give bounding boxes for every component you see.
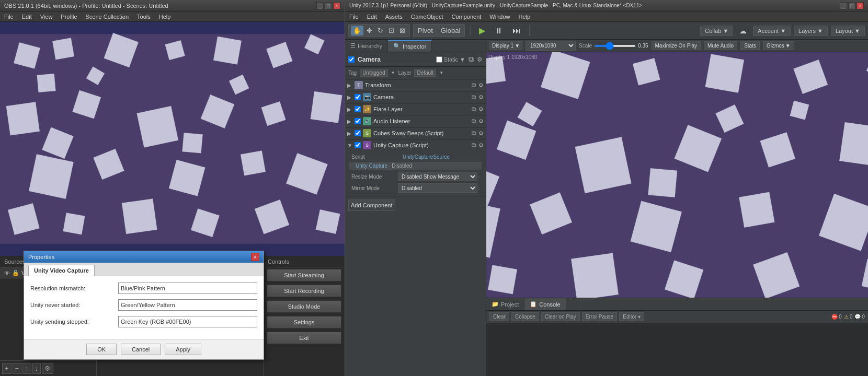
- camera-settings[interactable]: ⚙: [478, 94, 484, 101]
- unity-capture-header[interactable]: ▼ S Unity Capture (Script) ⧉ ⚙: [345, 139, 486, 151]
- mirror-mode-select[interactable]: Disabled: [398, 183, 477, 193]
- camera-active-checkbox[interactable]: [348, 56, 355, 63]
- unity-menu-window[interactable]: Window: [487, 13, 512, 20]
- camera-enable-checkbox[interactable]: [355, 94, 361, 100]
- dialog-ok-btn[interactable]: OK: [86, 344, 117, 355]
- obs-menu-view[interactable]: View: [38, 13, 55, 20]
- exit-btn[interactable]: Exit: [267, 332, 341, 344]
- audio-copy[interactable]: ⧉: [472, 118, 476, 125]
- display-select[interactable]: Display 1 ▼: [489, 41, 522, 50]
- move-tool-btn[interactable]: ✥: [364, 26, 374, 36]
- dialog-apply-btn[interactable]: Apply: [165, 344, 201, 355]
- move-up-btn[interactable]: ↑: [22, 363, 31, 374]
- clear-on-play-btn[interactable]: Clear on Play: [541, 312, 580, 321]
- start-streaming-btn[interactable]: Start Streaming: [267, 269, 341, 281]
- pivot-btn[interactable]: Pivot: [416, 26, 435, 36]
- unity-menu-edit[interactable]: Edit: [365, 13, 379, 20]
- source-settings-btn[interactable]: ⚙: [42, 363, 53, 374]
- obs-maximize-btn[interactable]: □: [325, 2, 332, 9]
- resize-mode-select[interactable]: Disabled Show Message: [398, 172, 477, 181]
- camera-header[interactable]: ▶ 📷 Camera ⧉ ⚙: [345, 91, 486, 103]
- account-btn[interactable]: Account ▼: [753, 26, 791, 36]
- hierarchy-tab[interactable]: ☰ Hierarchy: [345, 40, 388, 52]
- scale-tool-btn[interactable]: ⊡: [386, 26, 396, 36]
- error-pause-btn[interactable]: Error Pause: [582, 312, 617, 321]
- obs-menu-tools[interactable]: Tools: [135, 13, 153, 20]
- obs-menu-profile[interactable]: Profile: [59, 13, 79, 20]
- unity-capture-checkbox[interactable]: [355, 142, 361, 148]
- studio-mode-btn[interactable]: Studio Mode: [267, 300, 341, 313]
- inspector-tab[interactable]: 🔍 Inspector: [388, 40, 432, 52]
- obs-menu-file[interactable]: File: [2, 13, 16, 20]
- obs-menu-help[interactable]: Help: [157, 13, 173, 20]
- pause-btn[interactable]: ⏸: [492, 25, 506, 37]
- layers-btn[interactable]: Layers ▼: [794, 26, 828, 36]
- layer-dropdown[interactable]: Default: [414, 69, 436, 77]
- sending-stopped-select[interactable]: Green Key (RGB #00FE00) Blue/Pink Patter…: [118, 316, 257, 327]
- flare-layer-header[interactable]: ▶ ✨ Flare Layer ⧉ ⚙: [345, 103, 486, 115]
- scale-slider[interactable]: [594, 45, 636, 47]
- cubes-sway-settings[interactable]: ⚙: [478, 130, 484, 137]
- unity-maximize-btn[interactable]: □: [848, 2, 855, 9]
- static-dropdown-icon[interactable]: ▼: [460, 56, 465, 63]
- hand-tool-btn[interactable]: ✋: [351, 26, 363, 36]
- add-component-btn[interactable]: Add Component: [348, 199, 395, 211]
- editor-btn[interactable]: Editor ▾: [619, 312, 644, 321]
- camera-copy[interactable]: ⧉: [472, 93, 476, 101]
- unity-menu-gameobject[interactable]: GameObject: [409, 13, 446, 20]
- gizmos-btn[interactable]: Gizmos ▼: [763, 41, 794, 50]
- audio-listener-header[interactable]: ▶ 🔊 Audio Listener ⧉ ⚙: [345, 115, 486, 127]
- flare-settings[interactable]: ⚙: [478, 106, 484, 113]
- stats-btn[interactable]: Stats: [740, 41, 760, 50]
- dialog-cancel-btn[interactable]: Cancel: [121, 344, 161, 355]
- flare-copy[interactable]: ⧉: [472, 105, 476, 113]
- audio-settings[interactable]: ⚙: [478, 118, 484, 125]
- obs-minimize-btn[interactable]: _: [316, 2, 324, 9]
- inspector-settings-btn[interactable]: ⚙: [477, 56, 483, 63]
- settings-btn[interactable]: Settings: [267, 316, 341, 328]
- global-btn[interactable]: Global: [439, 26, 463, 36]
- console-tab[interactable]: 📋 Console: [524, 298, 566, 310]
- play-btn[interactable]: ▶: [476, 25, 488, 37]
- add-source-btn[interactable]: +: [2, 363, 12, 374]
- unity-capture-settings[interactable]: ⚙: [478, 142, 484, 149]
- unity-menu-help[interactable]: Help: [516, 13, 532, 20]
- cloud-btn[interactable]: ☁: [736, 26, 750, 36]
- unity-minimize-btn[interactable]: _: [840, 2, 847, 9]
- collapse-btn[interactable]: Collapse: [511, 312, 539, 321]
- obs-menu-scene-collection[interactable]: Scene Collection: [84, 13, 131, 20]
- unity-menu-assets[interactable]: Assets: [383, 13, 405, 20]
- start-recording-btn[interactable]: Start Recording: [267, 285, 341, 297]
- tag-dropdown[interactable]: Untagged: [360, 69, 387, 77]
- cubes-sway-copy[interactable]: ⧉: [472, 130, 476, 137]
- transform-header[interactable]: ▶ T Transform ⧉ ⚙: [345, 79, 486, 91]
- inspector-copy-btn[interactable]: ⧉: [469, 55, 474, 64]
- maximize-on-play-btn[interactable]: Maximize On Play: [652, 41, 701, 50]
- unity-close-btn[interactable]: ×: [856, 2, 864, 9]
- clear-btn[interactable]: Clear: [489, 312, 509, 321]
- unity-menu-component[interactable]: Component: [449, 13, 483, 20]
- mute-audio-btn[interactable]: Mute Audio: [704, 41, 737, 50]
- cubes-sway-checkbox[interactable]: [355, 130, 361, 136]
- rotate-tool-btn[interactable]: ↻: [375, 26, 385, 36]
- collab-btn[interactable]: Collab ▼: [700, 26, 733, 36]
- dialog-tab-unity[interactable]: Unity Video Capture: [28, 265, 95, 276]
- static-checkbox[interactable]: [436, 56, 442, 63]
- remove-source-btn[interactable]: −: [13, 363, 22, 374]
- step-btn[interactable]: ⏭: [509, 25, 524, 37]
- resolution-dropdown[interactable]: 1920x1080: [526, 41, 576, 51]
- cubes-sway-header[interactable]: ▶ S Cubes Sway Beeps (Script) ⧉ ⚙: [345, 127, 486, 139]
- resolution-select[interactable]: Blue/Pink Pattern Green/Yellow Pattern G…: [118, 283, 257, 294]
- move-down-btn[interactable]: ↓: [32, 363, 41, 374]
- audio-enable-checkbox[interactable]: [355, 118, 361, 124]
- obs-close-btn[interactable]: ×: [333, 2, 340, 9]
- unity-capture-copy[interactable]: ⧉: [472, 142, 476, 149]
- rect-tool-btn[interactable]: ⊠: [397, 26, 407, 36]
- dialog-close-btn[interactable]: ×: [251, 253, 259, 261]
- never-started-select[interactable]: Green/Yellow Pattern Blue/Pink Pattern G…: [118, 299, 257, 311]
- layout-btn[interactable]: Layout ▼: [831, 26, 865, 36]
- transform-settings[interactable]: ⚙: [478, 82, 484, 89]
- flare-enable-checkbox[interactable]: [355, 106, 361, 112]
- project-tab[interactable]: 📁 Project: [486, 298, 524, 310]
- unity-menu-file[interactable]: File: [347, 13, 361, 20]
